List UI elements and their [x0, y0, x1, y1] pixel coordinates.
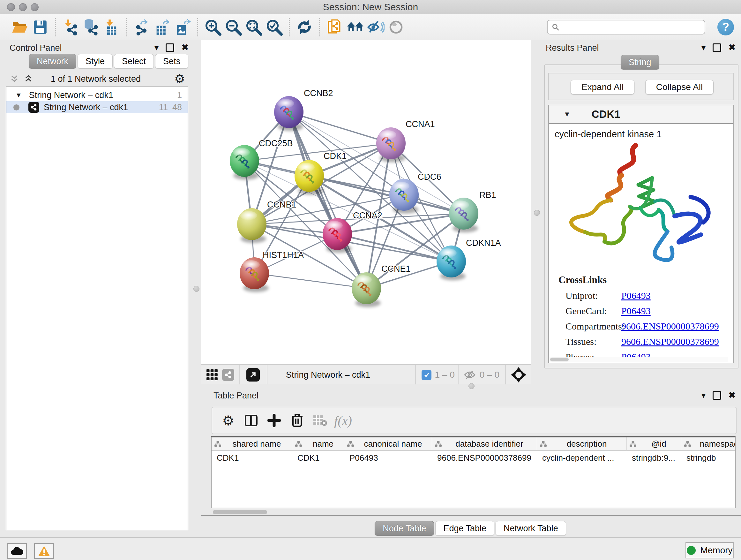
table-settings-gear-icon[interactable]: ⚙ [217, 410, 240, 431]
toggle-glass-effect-button[interactable] [365, 17, 386, 37]
network-collection-row[interactable]: ▼ String Network – cdk1 1 [6, 89, 188, 101]
float-panel-icon[interactable] [165, 44, 174, 52]
table-row[interactable]: CDK1CDK1P064939606.ENSP00000378699cyclin… [212, 451, 735, 465]
node-details-header[interactable]: ▼ CDK1 [549, 105, 733, 124]
zoom-out-icon [225, 18, 242, 36]
show-column-panel-icon[interactable] [240, 410, 263, 431]
panel-menu-icon[interactable]: ▾ [701, 391, 705, 399]
search-box[interactable] [547, 20, 705, 35]
import-network-file-button[interactable] [60, 17, 81, 37]
import-table-button[interactable] [101, 17, 122, 37]
zoom-out-button[interactable] [223, 17, 244, 37]
collapse-entry-icon[interactable]: ▼ [563, 110, 570, 118]
string-network-graph[interactable]: CCNB2CCNA1CDC25BCDK1CDC6RB1CCNB1CCNA2CDK… [201, 40, 531, 364]
birds-eye-toggle-icon[interactable] [510, 367, 527, 383]
network-status-dot [13, 105, 19, 111]
right-splitter[interactable] [531, 40, 542, 384]
float-panel-icon[interactable] [713, 391, 721, 400]
close-panel-icon[interactable]: ✖ [728, 391, 736, 400]
right-splitter-handle[interactable] [534, 210, 540, 216]
import-table-icon [103, 19, 120, 36]
import-network-database-button[interactable] [81, 17, 101, 37]
tree-expander-icon[interactable]: ▼ [15, 91, 22, 99]
delete-column-trash-icon[interactable] [286, 410, 309, 431]
table-cell[interactable]: stringdb [681, 453, 736, 463]
detach-view-icon[interactable] [246, 368, 260, 381]
network-node-cdc6[interactable]: CDC6 [389, 172, 441, 213]
current-network-title: String Network – cdk1 [286, 370, 415, 380]
tab-sets[interactable]: Sets [155, 54, 188, 69]
tab-node-table[interactable]: Node Table [375, 521, 434, 536]
selected-checkbox-icon[interactable] [421, 370, 431, 380]
crosslink-compartments-[interactable]: 9606.ENSP00000378699 [621, 321, 719, 332]
panel-menu-icon[interactable]: ▾ [154, 44, 158, 52]
zoom-selected-button[interactable] [264, 17, 284, 37]
save-session-button[interactable] [30, 17, 51, 37]
left-splitter-handle[interactable] [193, 286, 199, 292]
tab-style[interactable]: Style [77, 54, 113, 69]
zoom-in-button[interactable] [203, 17, 223, 37]
crosslink-genecard-[interactable]: P06493 [621, 306, 651, 316]
expand-all-button[interactable]: Expand All [570, 80, 634, 95]
collapse-all-button[interactable]: Collapse All [645, 80, 714, 95]
scrollbar-thumb[interactable] [550, 358, 569, 361]
table-cell[interactable]: 9606.ENSP00000378699 [432, 453, 537, 463]
tab-select[interactable]: Select [114, 54, 154, 69]
column-header--id[interactable]: @id [627, 437, 681, 450]
zoom-fit-button[interactable] [244, 17, 264, 37]
memory-button[interactable]: Memory [685, 542, 734, 558]
export-table-button[interactable] [152, 17, 172, 37]
search-input[interactable] [560, 22, 689, 32]
network-icon-toggle[interactable] [222, 369, 234, 381]
grid-view-icon[interactable] [206, 369, 218, 381]
warnings-button[interactable] [34, 543, 54, 559]
table-cell[interactable]: cyclin-dependent ... [537, 453, 627, 463]
tab-network[interactable]: Network [29, 54, 76, 69]
table-horizontal-scrollbar[interactable] [211, 509, 736, 515]
table-cell[interactable]: P06493 [344, 453, 432, 463]
column-header-database-identifier[interactable]: database identifier [432, 437, 537, 450]
network-node-ccnb2[interactable]: CCNB2 [274, 88, 333, 131]
column-header-canonical-name[interactable]: canonical name [344, 437, 432, 450]
float-panel-icon[interactable] [713, 44, 721, 52]
table-cell[interactable]: CDK1 [292, 453, 344, 463]
export-image-button[interactable] [172, 17, 193, 37]
close-panel-icon[interactable]: ✖ [728, 43, 736, 52]
network-row-selected[interactable]: String Network – cdk1 11 48 [6, 101, 188, 113]
network-node-ccne1[interactable]: CCNE1 [352, 264, 411, 307]
open-string-web-button[interactable] [325, 17, 345, 37]
network-node-hist1h1a[interactable]: HIST1H1A [240, 250, 304, 292]
help-button[interactable]: ? [718, 19, 734, 36]
network-node-rb1[interactable]: RB1 [449, 190, 496, 233]
network-options-gear-icon[interactable]: ⚙ [174, 73, 185, 85]
open-session-button[interactable] [10, 17, 30, 37]
cloud-status-button[interactable] [7, 543, 27, 559]
tab-edge-table[interactable]: Edge Table [435, 521, 494, 536]
crosslink-uniprot-[interactable]: P06493 [621, 290, 651, 301]
horizontal-splitter-handle[interactable] [468, 383, 475, 389]
tab-string[interactable]: String [621, 55, 659, 70]
scrollbar-thumb[interactable] [213, 510, 267, 514]
cytoscape-window: Session: New Session [0, 0, 741, 560]
close-panel-icon[interactable]: ✖ [181, 43, 189, 52]
table-cell[interactable]: stringdb:9... [627, 453, 681, 463]
left-splitter[interactable] [192, 40, 201, 537]
column-header-name[interactable]: name [292, 437, 344, 450]
node-table[interactable]: shared namenamecanonical namedatabase id… [211, 436, 736, 508]
refresh-view-button[interactable] [294, 17, 315, 37]
column-header-description[interactable]: description [537, 437, 627, 450]
crosslink-tissues-[interactable]: 9606.ENSP00000378699 [621, 336, 719, 347]
birds-eye-view-button[interactable] [386, 17, 406, 37]
results-horizontal-scrollbar[interactable] [549, 357, 728, 362]
first-neighbors-button[interactable] [345, 17, 365, 37]
tab-network-table[interactable]: Network Table [495, 521, 566, 536]
panel-menu-icon[interactable]: ▾ [701, 44, 705, 52]
network-node-cdkn1a[interactable]: CDKN1A [436, 238, 501, 280]
export-network-button[interactable] [131, 17, 152, 37]
table-cell[interactable]: CDK1 [212, 453, 292, 463]
column-header-namespace[interactable]: namespace [681, 437, 736, 450]
create-column-icon[interactable] [263, 410, 286, 431]
column-header-shared-name[interactable]: shared name [212, 437, 292, 450]
network-node-ccna1[interactable]: CCNA1 [376, 119, 435, 162]
network-view[interactable]: CCNB2CCNA1CDC25BCDK1CDC6RB1CCNB1CCNA2CDK… [201, 40, 531, 364]
